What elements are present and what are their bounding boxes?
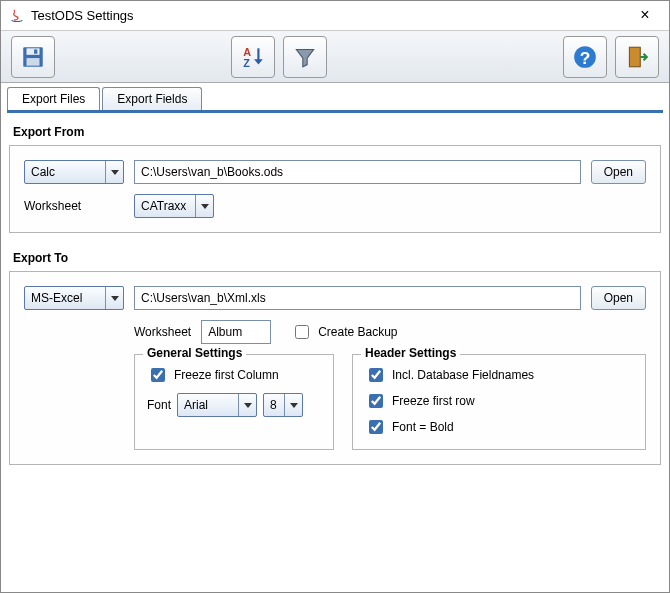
- export-to-title: Export To: [13, 251, 661, 265]
- filter-button[interactable]: [283, 36, 327, 78]
- settings-window: TestODS Settings × A Z: [0, 0, 670, 593]
- chevron-down-icon: [284, 394, 302, 416]
- help-icon: ?: [572, 44, 598, 70]
- incl-db-fieldnames-checkbox[interactable]: [369, 368, 383, 382]
- floppy-icon: [20, 44, 46, 70]
- font-value: Arial: [184, 398, 208, 412]
- window-title: TestODS Settings: [31, 8, 629, 23]
- header-settings-group: Header Settings Incl. Database Fieldname…: [352, 354, 646, 450]
- svg-rect-8: [629, 47, 640, 67]
- target-type-value: MS-Excel: [31, 291, 82, 305]
- exit-button[interactable]: [615, 36, 659, 78]
- java-icon: [9, 8, 25, 24]
- freeze-first-column-check[interactable]: Freeze first Column: [147, 365, 321, 385]
- chevron-down-icon: [105, 287, 123, 309]
- export-to-panel: MS-Excel Open Worksheet Create Backup Ge…: [9, 271, 661, 465]
- target-worksheet-input[interactable]: [201, 320, 271, 344]
- freeze-first-row-check[interactable]: Freeze first row: [365, 391, 633, 411]
- create-backup-check[interactable]: Create Backup: [291, 322, 397, 342]
- svg-text:?: ?: [580, 47, 591, 67]
- door-exit-icon: [624, 44, 650, 70]
- source-worksheet-combo[interactable]: CATraxx: [134, 194, 214, 218]
- create-backup-label: Create Backup: [318, 325, 397, 339]
- incl-db-fieldnames-label: Incl. Database Fieldnames: [392, 368, 534, 382]
- tab-export-fields[interactable]: Export Fields: [102, 87, 202, 110]
- close-button[interactable]: ×: [629, 4, 661, 28]
- export-from-panel: Calc Open Worksheet CATraxx: [9, 145, 661, 233]
- svg-text:Z: Z: [243, 56, 250, 68]
- tab-content: Export From Calc Open Worksheet CATraxx …: [1, 113, 669, 592]
- source-type-value: Calc: [31, 165, 55, 179]
- sort-button[interactable]: A Z: [231, 36, 275, 78]
- target-open-button[interactable]: Open: [591, 286, 646, 310]
- font-bold-checkbox[interactable]: [369, 420, 383, 434]
- save-button[interactable]: [11, 36, 55, 78]
- target-worksheet-label: Worksheet: [134, 325, 191, 339]
- source-path-input[interactable]: [134, 160, 581, 184]
- source-type-combo[interactable]: Calc: [24, 160, 124, 184]
- help-button[interactable]: ?: [563, 36, 607, 78]
- general-settings-legend: General Settings: [143, 346, 246, 360]
- font-bold-label: Font = Bold: [392, 420, 454, 434]
- titlebar: TestODS Settings ×: [1, 1, 669, 31]
- source-worksheet-label: Worksheet: [24, 199, 124, 213]
- tabs: Export Files Export Fields: [1, 83, 669, 110]
- tab-underline: [7, 110, 663, 113]
- chevron-down-icon: [195, 195, 213, 217]
- toolbar: A Z ?: [1, 31, 669, 83]
- freeze-first-row-checkbox[interactable]: [369, 394, 383, 408]
- font-combo[interactable]: Arial: [177, 393, 257, 417]
- font-size-value: 8: [270, 398, 277, 412]
- target-path-input[interactable]: [134, 286, 581, 310]
- font-label: Font: [147, 398, 171, 412]
- freeze-first-row-label: Freeze first row: [392, 394, 475, 408]
- freeze-first-column-checkbox[interactable]: [151, 368, 165, 382]
- header-settings-legend: Header Settings: [361, 346, 460, 360]
- source-open-button[interactable]: Open: [591, 160, 646, 184]
- incl-db-fieldnames-check[interactable]: Incl. Database Fieldnames: [365, 365, 633, 385]
- svg-rect-1: [27, 48, 40, 55]
- export-from-title: Export From: [13, 125, 661, 139]
- svg-rect-3: [34, 49, 37, 53]
- freeze-first-column-label: Freeze first Column: [174, 368, 279, 382]
- chevron-down-icon: [238, 394, 256, 416]
- source-worksheet-value: CATraxx: [141, 199, 186, 213]
- font-bold-check[interactable]: Font = Bold: [365, 417, 633, 437]
- tab-export-files[interactable]: Export Files: [7, 87, 100, 110]
- create-backup-checkbox[interactable]: [295, 325, 309, 339]
- funnel-icon: [292, 44, 318, 70]
- font-size-combo[interactable]: 8: [263, 393, 303, 417]
- general-settings-group: General Settings Freeze first Column Fon…: [134, 354, 334, 450]
- chevron-down-icon: [105, 161, 123, 183]
- svg-rect-2: [27, 58, 40, 66]
- sort-az-icon: A Z: [240, 44, 266, 70]
- target-type-combo[interactable]: MS-Excel: [24, 286, 124, 310]
